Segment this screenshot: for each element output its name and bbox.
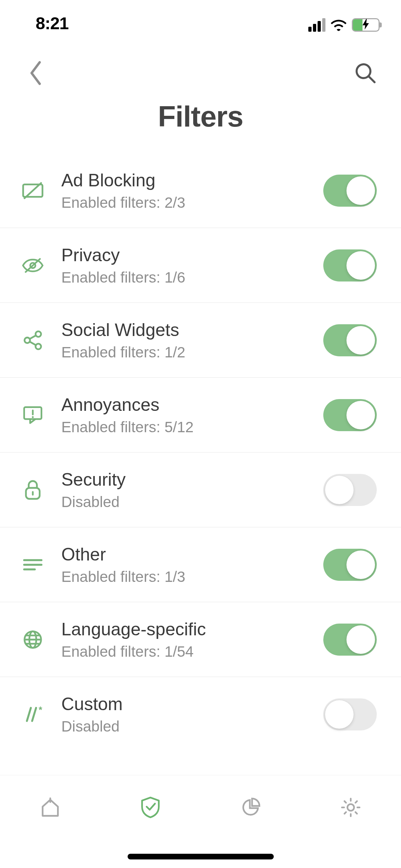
svg-line-9 — [30, 335, 36, 339]
svg-point-6 — [25, 337, 30, 343]
search-button[interactable] — [351, 59, 380, 87]
social-icon — [20, 327, 46, 353]
svg-point-13 — [32, 416, 34, 418]
filter-row-text: Security Disabled — [46, 469, 323, 511]
search-icon — [354, 62, 376, 84]
filter-subtitle: Enabled filters: 1/2 — [61, 344, 323, 361]
filter-title: Security — [61, 469, 323, 490]
svg-line-10 — [30, 341, 36, 345]
toggle-social[interactable] — [323, 324, 377, 356]
filter-row-text: Annoyances Enabled filters: 5/12 — [46, 394, 323, 436]
svg-text:*: * — [39, 707, 42, 715]
tab-stats[interactable] — [201, 790, 301, 825]
tab-home[interactable] — [0, 790, 100, 825]
filter-row-text: Ad Blocking Enabled filters: 2/3 — [46, 170, 323, 211]
toggle-security[interactable] — [323, 474, 377, 506]
toggle-privacy[interactable] — [323, 249, 377, 281]
filter-title: Annoyances — [61, 394, 323, 415]
filter-row-text: Language-specific Enabled filters: 1/54 — [46, 619, 323, 660]
svg-line-25 — [32, 708, 36, 721]
nav-bar — [0, 50, 401, 96]
filter-subtitle: Enabled filters: 5/12 — [61, 419, 323, 436]
filter-row-privacy[interactable]: Privacy Enabled filters: 1/6 — [0, 228, 401, 303]
filter-row-text: Social Widgets Enabled filters: 1/2 — [46, 320, 323, 361]
filter-row-text: Other Enabled filters: 1/3 — [46, 544, 323, 585]
page-title: Filters — [0, 100, 401, 133]
tab-settings[interactable] — [301, 790, 401, 825]
other-icon — [20, 552, 46, 578]
ad-block-icon — [20, 178, 46, 203]
status-time: 8:21 — [36, 14, 68, 33]
filter-row-social[interactable]: Social Widgets Enabled filters: 1/2 — [0, 303, 401, 378]
filter-row-language[interactable]: Language-specific Enabled filters: 1/54 — [0, 602, 401, 677]
filter-subtitle: Disabled — [61, 494, 323, 511]
svg-line-24 — [27, 708, 31, 721]
toggle-language[interactable] — [323, 624, 377, 656]
filter-subtitle: Enabled filters: 1/6 — [61, 269, 323, 286]
svg-point-8 — [36, 343, 41, 349]
filter-row-text: Privacy Enabled filters: 1/6 — [46, 245, 323, 286]
filter-row-other[interactable]: Other Enabled filters: 1/3 — [0, 527, 401, 602]
svg-line-1 — [369, 77, 375, 82]
chevron-left-icon — [29, 61, 42, 85]
shield-check-icon — [140, 796, 161, 819]
filter-row-text: Custom Disabled — [46, 694, 323, 735]
filter-title: Privacy — [61, 245, 323, 265]
filter-title: Language-specific — [61, 619, 323, 640]
filter-row-ad-blocking[interactable]: Ad Blocking Enabled filters: 2/3 — [0, 153, 401, 228]
toggle-annoyances[interactable] — [323, 399, 377, 431]
cellular-signal-icon — [308, 18, 325, 32]
filter-title: Other — [61, 544, 323, 565]
annoyance-icon — [20, 402, 46, 428]
wifi-icon — [330, 19, 347, 31]
filter-title: Ad Blocking — [61, 170, 323, 191]
filter-subtitle: Disabled — [61, 718, 323, 735]
filter-row-security[interactable]: Security Disabled — [0, 453, 401, 527]
status-bar: 8:21 — [0, 0, 401, 50]
home-indicator[interactable] — [128, 854, 274, 859]
language-icon — [20, 627, 46, 652]
back-button[interactable] — [21, 59, 50, 87]
status-icons — [308, 18, 380, 32]
filter-row-custom[interactable]: * Custom Disabled — [0, 677, 401, 752]
svg-line-3 — [25, 183, 41, 198]
filter-title: Social Widgets — [61, 320, 323, 340]
filter-subtitle: Enabled filters: 1/54 — [61, 643, 323, 660]
battery-icon — [352, 18, 380, 32]
custom-icon: * — [20, 702, 46, 727]
toggle-ad-blocking[interactable] — [323, 175, 377, 207]
filter-title: Custom — [61, 694, 323, 714]
filter-list: Ad Blocking Enabled filters: 2/3 Privacy… — [0, 153, 401, 752]
filter-subtitle: Enabled filters: 1/3 — [61, 568, 323, 585]
filter-subtitle: Enabled filters: 2/3 — [61, 194, 323, 211]
gear-icon — [340, 796, 362, 818]
toggle-custom[interactable] — [323, 698, 377, 730]
home-icon — [40, 797, 61, 818]
filter-row-annoyances[interactable]: Annoyances Enabled filters: 5/12 — [0, 378, 401, 453]
svg-point-28 — [348, 804, 354, 811]
toggle-other[interactable] — [323, 549, 377, 581]
pie-chart-icon — [240, 797, 261, 818]
tab-protection[interactable] — [100, 790, 200, 825]
privacy-icon — [20, 253, 46, 278]
svg-point-7 — [36, 331, 41, 336]
security-icon — [20, 477, 46, 503]
